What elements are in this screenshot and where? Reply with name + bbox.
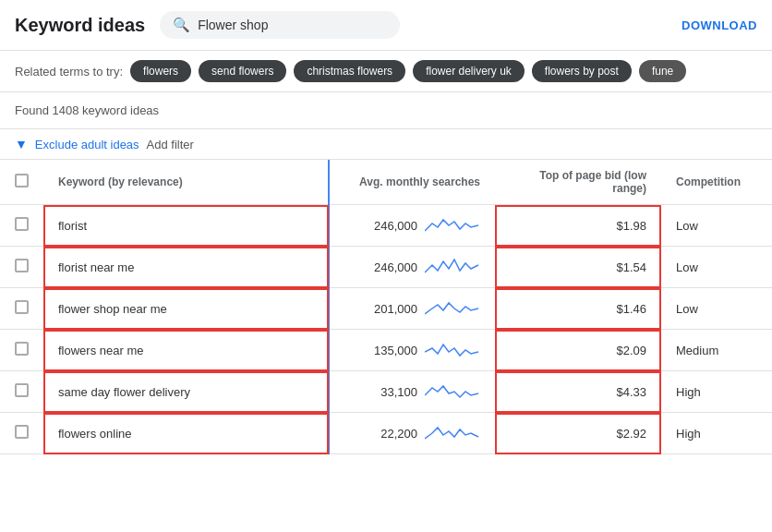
search-count-5: 22,200 — [362, 427, 417, 441]
searches-cell-1: 246,000 — [329, 247, 495, 288]
found-count: Found 1408 keyword ideas — [0, 92, 772, 129]
keyword-cell-2: flower shop near me — [43, 288, 329, 330]
bid-cell-4: $4.33 — [495, 371, 661, 413]
bid-value-2: $1.46 — [616, 302, 646, 316]
table-header-row: Keyword (by relevance) Avg. monthly sear… — [0, 160, 772, 205]
competition-value-5: High — [676, 427, 701, 441]
competition-value-1: Low — [676, 260, 698, 274]
download-button[interactable]: DOWNLOAD — [682, 18, 757, 32]
search-count-0: 246,000 — [362, 219, 417, 233]
bid-value-0: $1.98 — [616, 219, 646, 233]
chip-christmas-flowers[interactable]: christmas flowers — [294, 60, 405, 82]
searches-cell-4: 33,100 — [329, 371, 495, 413]
bid-cell-5: $2.92 — [495, 413, 661, 454]
select-all-checkbox[interactable] — [0, 160, 43, 205]
searches-cell-5: 22,200 — [329, 413, 495, 454]
keyword-table: Keyword (by relevance) Avg. monthly sear… — [0, 160, 772, 454]
competition-value-3: Medium — [676, 344, 718, 357]
keyword-cell-3: flowers near me — [43, 330, 329, 371]
row-checkbox-3[interactable] — [0, 330, 43, 371]
bid-value-3: $2.09 — [616, 344, 646, 357]
col-searches: Avg. monthly searches — [329, 160, 495, 205]
table-row: flower shop near me 201,000 $1.46 Low — [0, 288, 772, 330]
search-icon: 🔍 — [173, 17, 190, 33]
bid-cell-1: $1.54 — [495, 247, 661, 288]
keyword-text-1: florist near me — [58, 260, 134, 274]
keyword-cell-0: florist — [43, 205, 329, 247]
bid-value-1: $1.54 — [616, 260, 646, 274]
keyword-text-5: flowers online — [58, 427, 132, 441]
table-row: florist near me 246,000 $1.54 Low — [0, 247, 772, 288]
page-title: Keyword ideas — [15, 15, 145, 36]
bid-cell-0: $1.98 — [495, 205, 661, 247]
searches-cell-2: 201,000 — [329, 288, 495, 330]
keyword-text-3: flowers near me — [58, 344, 143, 357]
competition-value-0: Low — [676, 219, 698, 233]
sparkline-wrap-0: 246,000 — [362, 214, 480, 236]
col-keyword: Keyword (by relevance) — [43, 160, 329, 205]
chip-more[interactable]: fune — [639, 60, 686, 82]
header: Keyword ideas 🔍 Flower shop DOWNLOAD — [0, 0, 772, 51]
sparkline-wrap-5: 22,200 — [362, 422, 480, 444]
keyword-text-4: same day flower delivery — [58, 385, 190, 399]
row-checkbox-1[interactable] — [0, 247, 43, 288]
chip-send-flowers[interactable]: send flowers — [199, 60, 286, 82]
header-left: Keyword ideas 🔍 Flower shop — [15, 11, 400, 39]
add-filter-button[interactable]: Add filter — [147, 138, 194, 151]
chip-flower-delivery[interactable]: flower delivery uk — [413, 60, 525, 82]
bid-value-4: $4.33 — [616, 385, 646, 399]
competition-cell-0: Low — [661, 205, 772, 247]
bid-cell-2: $1.46 — [495, 288, 661, 330]
sparkline-4 — [425, 381, 480, 403]
competition-value-2: Low — [676, 302, 698, 316]
sparkline-wrap-4: 33,100 — [362, 381, 480, 403]
sparkline-1 — [425, 256, 480, 278]
sparkline-3 — [425, 339, 480, 361]
searches-cell-0: 246,000 — [329, 205, 495, 247]
table-row: same day flower delivery 33,100 $4.33 Hi… — [0, 371, 772, 413]
keyword-cell-5: flowers online — [43, 413, 329, 454]
exclude-adult-link[interactable]: Exclude adult ideas — [35, 138, 139, 151]
row-checkbox-5[interactable] — [0, 413, 43, 454]
filter-icon: ▼ — [15, 137, 28, 151]
searches-cell-3: 135,000 — [329, 330, 495, 371]
competition-cell-5: High — [661, 413, 772, 454]
competition-cell-4: High — [661, 371, 772, 413]
search-value: Flower shop — [198, 18, 268, 32]
sparkline-wrap-3: 135,000 — [362, 339, 480, 361]
sparkline-5 — [425, 422, 480, 444]
chip-flowers-by-post[interactable]: flowers by post — [532, 60, 632, 82]
search-count-2: 201,000 — [362, 302, 417, 316]
keyword-text-0: florist — [58, 219, 87, 233]
row-checkbox-0[interactable] — [0, 205, 43, 247]
related-terms-bar: Related terms to try: flowers send flowe… — [0, 51, 772, 92]
chip-flowers[interactable]: flowers — [130, 60, 191, 82]
bid-value-5: $2.92 — [616, 427, 646, 441]
row-checkbox-4[interactable] — [0, 371, 43, 413]
search-count-1: 246,000 — [362, 260, 417, 274]
table-row: flowers online 22,200 $2.92 High — [0, 413, 772, 454]
sparkline-2 — [425, 297, 480, 320]
keyword-cell-1: florist near me — [43, 247, 329, 288]
search-count-3: 135,000 — [362, 344, 417, 357]
keyword-text-2: flower shop near me — [58, 302, 167, 316]
table-row: flowers near me 135,000 $2.09 Medium — [0, 330, 772, 371]
search-bar[interactable]: 🔍 Flower shop — [160, 11, 400, 39]
sparkline-0 — [425, 214, 480, 236]
table-row: florist 246,000 $1.98 Low — [0, 205, 772, 247]
competition-cell-2: Low — [661, 288, 772, 330]
bid-cell-3: $2.09 — [495, 330, 661, 371]
related-terms-label: Related terms to try: — [15, 65, 123, 79]
search-count-4: 33,100 — [362, 385, 417, 399]
sparkline-wrap-2: 201,000 — [362, 297, 480, 320]
competition-cell-3: Medium — [661, 330, 772, 371]
competition-value-4: High — [676, 385, 701, 399]
row-checkbox-2[interactable] — [0, 288, 43, 330]
sparkline-wrap-1: 246,000 — [362, 256, 480, 278]
col-competition: Competition — [661, 160, 772, 205]
keyword-cell-4: same day flower delivery — [43, 371, 329, 413]
filter-bar: ▼ Exclude adult ideas Add filter — [0, 129, 772, 160]
col-bid: Top of page bid (low range) — [495, 160, 661, 205]
competition-cell-1: Low — [661, 247, 772, 288]
